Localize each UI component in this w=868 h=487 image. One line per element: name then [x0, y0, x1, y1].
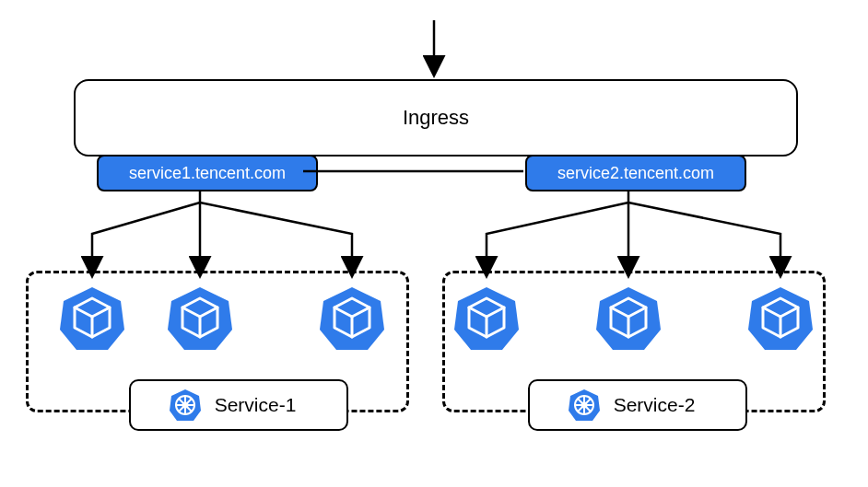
- pod-icon: [452, 285, 521, 354]
- service-box-2: Service-2: [528, 379, 747, 431]
- pod-icon: [746, 285, 815, 354]
- kubernetes-wheel-icon: [568, 388, 601, 422]
- pod-icon: [318, 285, 386, 354]
- service-box-1: Service-1: [129, 379, 348, 431]
- pod-icon: [594, 285, 663, 354]
- pod-icon: [58, 285, 126, 354]
- service-label-2: Service-2: [614, 394, 696, 416]
- kubernetes-wheel-icon: [169, 388, 202, 422]
- pod-icon: [166, 285, 234, 354]
- service-label-1: Service-1: [215, 394, 297, 416]
